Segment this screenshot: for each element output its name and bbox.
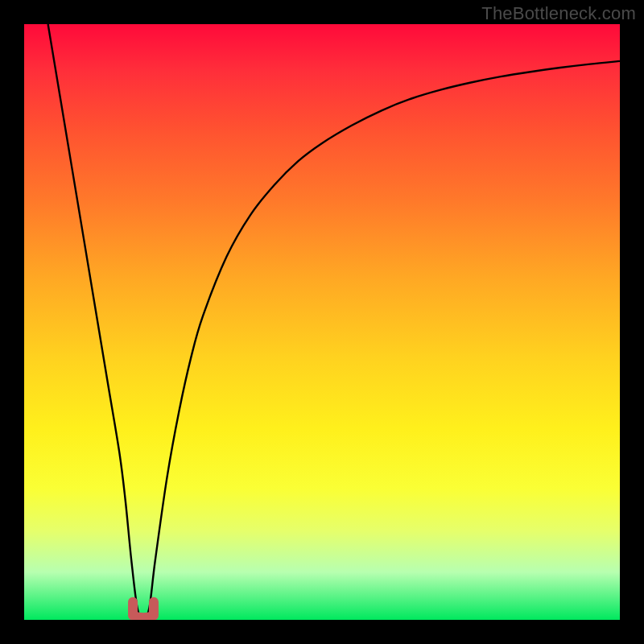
chart-svg	[24, 24, 620, 620]
watermark-text: TheBottleneck.com	[481, 3, 636, 24]
chart-frame: TheBottleneck.com	[0, 0, 644, 644]
optimal-point-marker	[133, 602, 154, 617]
bottleneck-curve-path	[48, 24, 620, 620]
plot-area	[24, 24, 620, 620]
